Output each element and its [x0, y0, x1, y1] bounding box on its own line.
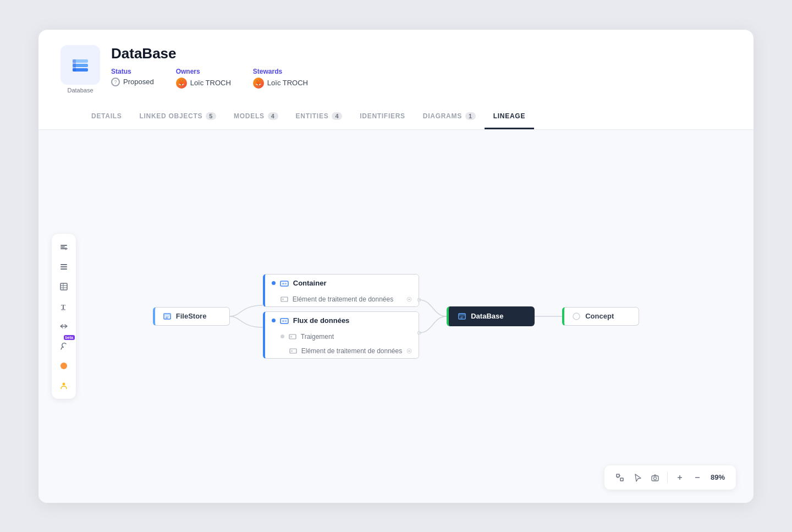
child-icon [280, 295, 288, 303]
svg-rect-23 [282, 283, 284, 284]
svg-rect-3 [73, 59, 76, 72]
svg-rect-46 [617, 474, 619, 477]
circle-tool[interactable] [55, 357, 73, 375]
svg-rect-34 [290, 349, 296, 353]
stewards-avatar: 🦊 [253, 78, 264, 89]
flux-dot [272, 319, 276, 322]
owners-avatar: 🦊 [176, 78, 187, 89]
stewards-text: Loïc TROCH [267, 79, 308, 87]
flux-child: Traigement [265, 330, 419, 344]
traigement-dot [280, 334, 284, 338]
tab-lineage[interactable]: LINEAGE [485, 105, 534, 129]
svg-rect-47 [620, 478, 623, 481]
flux-sub-icon [289, 347, 297, 355]
svg-point-16 [61, 363, 67, 369]
header-meta: Status ? Proposed Owners 🦊 Loïc TROCH [111, 68, 308, 89]
node-container[interactable]: Container Elément de traitement de donné… [263, 274, 419, 307]
tab-diagrams[interactable]: DIAGRAMS 1 [414, 105, 485, 129]
pointer-button[interactable] [630, 470, 645, 485]
svg-point-51 [653, 477, 656, 480]
container-child-label: Elément de traitement de données [293, 295, 393, 303]
tab-identifiers[interactable]: IDENTIFIERS [351, 105, 414, 129]
svg-rect-7 [61, 264, 67, 265]
expand-tool[interactable] [55, 238, 73, 256]
list-tool[interactable] [55, 258, 73, 276]
diagrams-badge: 1 [465, 112, 476, 120]
zoom-out-button[interactable] [690, 470, 705, 485]
flux-icon [280, 316, 289, 325]
zoom-in-button[interactable] [672, 470, 688, 485]
tab-entities[interactable]: ENTITIES 4 [287, 105, 351, 129]
icon-label: Database [67, 87, 93, 94]
table-tool[interactable] [55, 278, 73, 295]
svg-rect-41 [459, 314, 465, 316]
owners-group: Owners 🦊 Loïc TROCH [176, 68, 231, 89]
owners-text: Loïc TROCH [190, 79, 231, 87]
flux-child-sub: Elément de traitement de données [265, 344, 419, 358]
filestore-label: FileStore [176, 312, 207, 320]
svg-rect-8 [61, 266, 67, 267]
middle-group: Container Elément de traitement de donné… [263, 274, 419, 359]
expand-icon [406, 297, 412, 302]
models-badge: 4 [268, 112, 278, 120]
connector-2 [419, 283, 447, 349]
status-text: Proposed [123, 78, 154, 86]
svg-rect-32 [289, 334, 296, 339]
svg-rect-6 [61, 248, 66, 249]
svg-rect-19 [164, 314, 170, 316]
container-dot [272, 281, 276, 285]
status-icon: ? [111, 78, 120, 86]
owners-value: 🦊 Loïc TROCH [176, 78, 231, 89]
database-node-icon [458, 312, 466, 321]
bottom-toolbar: 89% [604, 465, 736, 490]
container-icon [280, 279, 289, 288]
beta-tool[interactable] [55, 337, 73, 355]
concept-label: Concept [585, 312, 614, 320]
node-filestore[interactable]: FileStore [153, 307, 230, 326]
owners-label: Owners [176, 68, 231, 75]
zoom-level: 89% [707, 473, 728, 481]
linked-objects-badge: 5 [206, 112, 216, 120]
node-flux[interactable]: Flux de données Traigement [263, 311, 419, 359]
svg-rect-31 [285, 320, 287, 322]
tab-linked-objects[interactable]: LINKED OBJECTS 5 [130, 105, 225, 129]
camera-button[interactable] [647, 470, 663, 485]
fit-button[interactable] [612, 470, 628, 485]
svg-rect-10 [61, 283, 67, 290]
database-label: DataBase [471, 312, 503, 320]
page-title: DataBase [111, 45, 308, 62]
svg-rect-24 [285, 283, 287, 284]
header-info: DataBase Status ? Proposed Owners 🦊 Lo [111, 45, 308, 89]
person-tool[interactable] [55, 377, 73, 394]
flux-label: Flux de données [293, 316, 350, 325]
tab-details[interactable]: DETAILS [82, 105, 130, 129]
status-label: Status [111, 68, 154, 75]
tab-models[interactable]: MODELS 4 [225, 105, 287, 129]
svg-rect-50 [652, 476, 658, 481]
sidebar-tools: T [52, 234, 76, 399]
flux-header: Flux de données [265, 312, 419, 330]
node-concept[interactable]: Concept [562, 307, 639, 326]
svg-rect-5 [61, 246, 65, 248]
text-tool[interactable]: T [55, 298, 73, 315]
node-database[interactable]: DataBase [447, 306, 535, 326]
container-header: Container [265, 275, 419, 292]
connector-1 [230, 289, 263, 344]
tab-bar: DETAILS LINKED OBJECTS 5 MODELS 4 ENTITI… [61, 105, 732, 129]
svg-rect-25 [281, 297, 288, 301]
lineage-content: T [38, 130, 754, 503]
status-value: ? Proposed [111, 78, 154, 86]
svg-rect-26 [282, 298, 284, 300]
svg-rect-35 [291, 350, 293, 352]
arrows-tool[interactable] [55, 317, 73, 335]
connector-3 [535, 305, 562, 327]
main-card: Database DataBase Status ? Proposed Owne… [38, 30, 754, 503]
svg-rect-4 [61, 245, 67, 246]
entity-icon-group: Database [61, 45, 100, 94]
traigement-label: Traigement [301, 333, 334, 341]
traigement-icon [289, 333, 296, 341]
concept-icon [572, 312, 581, 321]
stewards-label: Stewards [253, 68, 308, 75]
svg-rect-33 [290, 336, 292, 337]
stewards-value: 🦊 Loïc TROCH [253, 78, 308, 89]
